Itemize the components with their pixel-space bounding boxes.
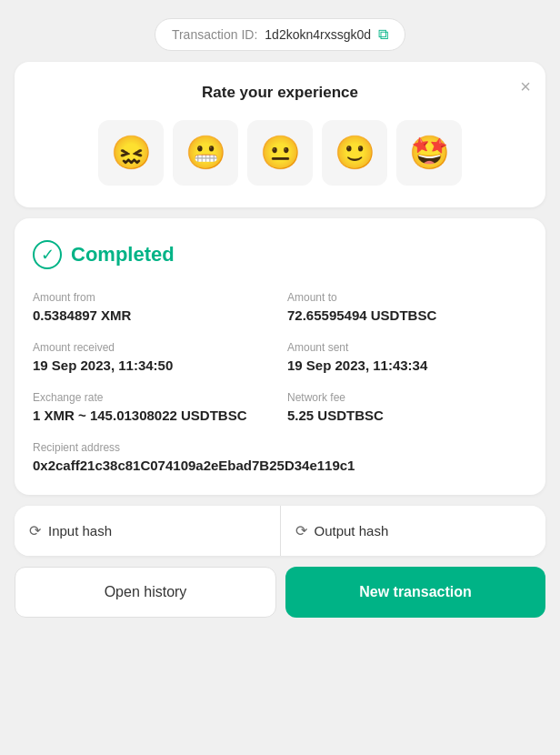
amount-received-group: Amount received 19 Sep 2023, 11:34:50 bbox=[33, 341, 273, 373]
amount-to-group: Amount to 72.65595494 USDTBSC bbox=[287, 291, 527, 323]
emoji-2-button[interactable]: 😬 bbox=[173, 120, 238, 186]
rating-card: × Rate your experience 😖 😬 😐 🙂 🤩 bbox=[15, 62, 545, 207]
output-hash-button[interactable]: ⟳ Output hash bbox=[281, 506, 546, 556]
output-hash-label: Output hash bbox=[315, 523, 389, 539]
amount-to-label: Amount to bbox=[287, 291, 527, 304]
amount-from-label: Amount from bbox=[33, 291, 273, 304]
amount-to-value: 72.65595494 USDTBSC bbox=[287, 307, 527, 323]
amount-received-value: 19 Sep 2023, 11:34:50 bbox=[33, 357, 273, 373]
status-label: Completed bbox=[71, 243, 175, 267]
emoji-3-button[interactable]: 😐 bbox=[247, 120, 313, 186]
close-button[interactable]: × bbox=[520, 76, 531, 97]
exchange-rate-group: Exchange rate 1 XMR ~ 145.01308022 USDTB… bbox=[33, 391, 273, 423]
recipient-value: 0x2caff21c38c81C074109a2eEbad7B25D34e119… bbox=[33, 458, 527, 473]
fields-grid: Amount from 0.5384897 XMR Amount to 72.6… bbox=[33, 291, 527, 473]
status-icon: ✓ bbox=[33, 240, 62, 269]
amount-from-value: 0.5384897 XMR bbox=[33, 307, 273, 323]
bottom-row: Open history New transaction bbox=[15, 567, 545, 618]
amount-sent-value: 19 Sep 2023, 11:43:34 bbox=[287, 357, 527, 373]
network-fee-group: Network fee 5.25 USDTBSC bbox=[287, 391, 527, 423]
network-fee-label: Network fee bbox=[287, 391, 527, 404]
emoji-5-button[interactable]: 🤩 bbox=[396, 120, 462, 186]
exchange-rate-label: Exchange rate bbox=[33, 391, 273, 404]
amount-sent-label: Amount sent bbox=[287, 341, 527, 354]
input-hash-icon: ⟳ bbox=[29, 522, 41, 539]
details-card: ✓ Completed Amount from 0.5384897 XMR Am… bbox=[15, 218, 545, 495]
recipient-label: Recipient address bbox=[33, 441, 527, 454]
txid-value: 1d2kokn4rxssgk0d bbox=[265, 27, 371, 42]
input-hash-label: Input hash bbox=[48, 523, 112, 539]
output-hash-icon: ⟳ bbox=[295, 522, 307, 539]
status-row: ✓ Completed bbox=[33, 240, 527, 269]
hash-row: ⟳ Input hash ⟳ Output hash bbox=[15, 506, 545, 556]
txid-label: Transaction ID: bbox=[172, 27, 257, 42]
copy-icon[interactable]: ⧉ bbox=[378, 26, 388, 43]
amount-sent-group: Amount sent 19 Sep 2023, 11:43:34 bbox=[287, 341, 527, 373]
recipient-group: Recipient address 0x2caff21c38c81C074109… bbox=[33, 441, 527, 473]
emoji-1-button[interactable]: 😖 bbox=[98, 120, 164, 186]
emoji-4-button[interactable]: 🙂 bbox=[322, 120, 387, 186]
exchange-rate-value: 1 XMR ~ 145.01308022 USDTBSC bbox=[33, 408, 273, 423]
amount-received-label: Amount received bbox=[33, 341, 273, 354]
input-hash-button[interactable]: ⟳ Input hash bbox=[15, 506, 281, 556]
network-fee-value: 5.25 USDTBSC bbox=[287, 408, 527, 423]
amount-from-group: Amount from 0.5384897 XMR bbox=[33, 291, 273, 323]
emoji-row: 😖 😬 😐 🙂 🤩 bbox=[33, 120, 527, 186]
open-history-button[interactable]: Open history bbox=[15, 567, 276, 618]
new-transaction-button[interactable]: New transaction bbox=[285, 567, 545, 618]
txid-bar: Transaction ID: 1d2kokn4rxssgk0d ⧉ bbox=[155, 18, 405, 51]
rating-title: Rate your experience bbox=[33, 84, 527, 102]
